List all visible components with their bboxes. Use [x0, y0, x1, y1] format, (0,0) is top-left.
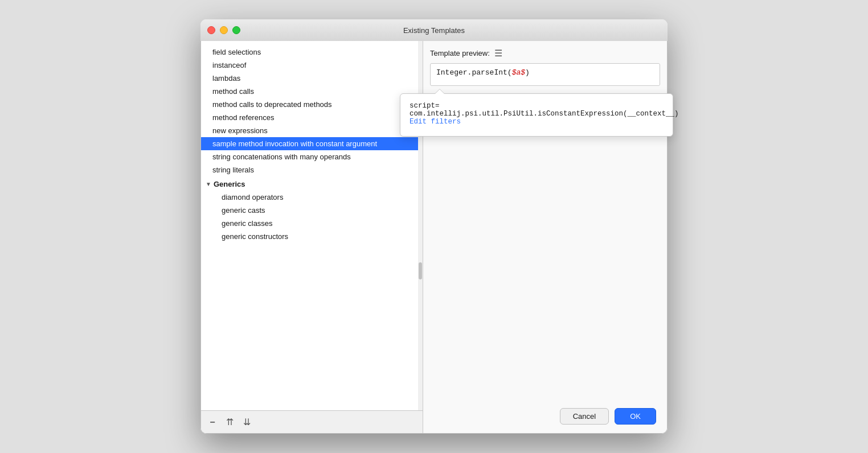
cancel-button[interactable]: Cancel [560, 408, 609, 425]
minus-icon: − [210, 417, 215, 427]
list-item[interactable]: string concatenations with many operands [201, 150, 423, 163]
list-item[interactable]: lambdas [201, 72, 423, 85]
preview-header: Template preview: ☰ [430, 48, 660, 59]
code-text-before: Integer.parseInt( [436, 68, 512, 77]
expand-arrow-icon: ▼ [206, 181, 211, 187]
minimize-button[interactable] [220, 26, 228, 34]
list-item[interactable]: diamond operators [201, 191, 423, 204]
ok-button[interactable]: OK [615, 408, 656, 425]
list-item-selected[interactable]: sample method invocation with constant a… [201, 137, 423, 150]
move-up-button[interactable]: ⇈ [223, 417, 236, 428]
list-item[interactable]: generic classes [201, 217, 423, 230]
generics-label: Generics [214, 180, 245, 188]
list-item[interactable]: string literals [201, 163, 423, 176]
maximize-button[interactable] [232, 26, 240, 34]
menu-icon[interactable]: ☰ [494, 48, 502, 59]
title-bar: Existing Templates [200, 19, 668, 41]
list-item[interactable]: generic constructors [201, 230, 423, 243]
code-variable: $a$ [512, 68, 525, 77]
list-item-generic-casts[interactable]: generic casts [201, 204, 423, 217]
list-item-method-references[interactable]: method references [201, 111, 423, 124]
code-preview: Integer.parseInt($a$) [430, 63, 660, 86]
bottom-toolbar: − ⇈ ⇊ [201, 410, 423, 433]
tooltip-script-label: script= com.intellij.psi.util.PsiUtil.is… [410, 102, 664, 126]
list-item[interactable]: instanceof [201, 59, 423, 72]
list-item[interactable]: method calls [201, 85, 423, 98]
preview-label: Template preview: [430, 49, 490, 57]
traffic-lights [207, 26, 240, 34]
move-up-icon: ⇈ [226, 417, 234, 427]
code-text-after: ) [525, 68, 530, 77]
close-button[interactable] [207, 26, 215, 34]
scrollbar-thumb[interactable] [419, 262, 422, 279]
generics-category[interactable]: ▼ Generics [201, 176, 423, 191]
move-down-button[interactable]: ⇊ [240, 417, 253, 428]
footer-buttons: Cancel OK [560, 408, 656, 425]
list-item[interactable]: field selections [201, 46, 423, 59]
left-panel: field selections instanceof lambdas meth… [201, 41, 423, 433]
main-window: Existing Templates field selections inst… [200, 19, 668, 434]
list-item[interactable]: method calls to deprecated methods [201, 98, 423, 111]
window-title: Existing Templates [403, 26, 465, 35]
move-down-icon: ⇊ [243, 417, 251, 427]
tree-list[interactable]: field selections instanceof lambdas meth… [201, 41, 423, 410]
tooltip-popup: script= com.intellij.psi.util.PsiUtil.is… [400, 93, 673, 137]
edit-filters-link[interactable]: Edit filters [410, 118, 461, 126]
remove-button[interactable]: − [206, 417, 219, 428]
list-item[interactable]: new expressions [201, 124, 423, 137]
